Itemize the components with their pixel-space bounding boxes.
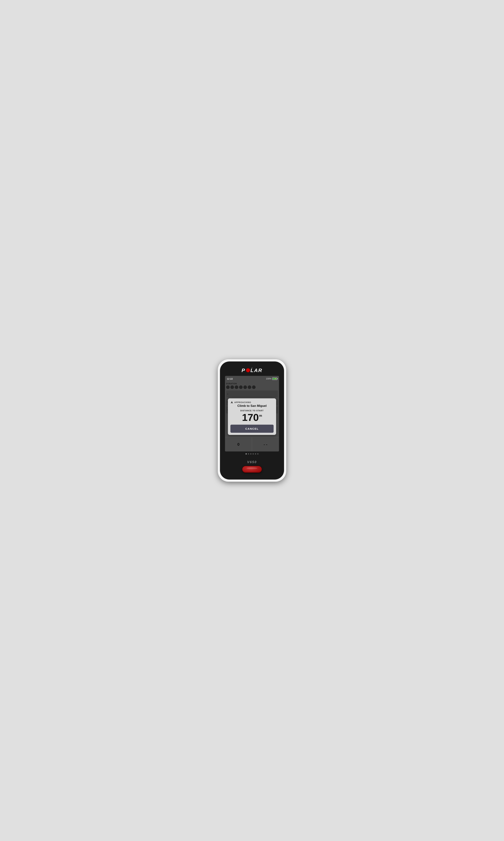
logo-area: P LAR <box>220 361 284 376</box>
page-dot-5 <box>255 453 256 454</box>
camera-dot <box>251 367 253 369</box>
red-button[interactable] <box>242 466 262 473</box>
page-dots <box>246 453 258 454</box>
page-dot-2 <box>248 453 249 454</box>
distance-unit: m <box>259 414 262 418</box>
battery-percent: 100% <box>266 377 271 380</box>
status-time: 12:22 <box>227 377 233 380</box>
model-label: V650 <box>247 460 257 464</box>
modal-overlay: APPROACHING Climb to San Miguel DISTANCE… <box>225 382 279 451</box>
cancel-button[interactable]: CANCEL <box>230 425 274 433</box>
page-dot-3 <box>250 453 251 454</box>
battery-plug-icon: ⚡ <box>275 378 276 379</box>
battery-icon: ⚡ <box>272 377 277 380</box>
cancel-label: CANCEL <box>245 427 259 430</box>
approaching-icon <box>230 401 233 404</box>
approaching-label: APPROACHING <box>234 401 251 404</box>
svg-marker-0 <box>231 401 233 404</box>
screen: 12:22 100% ⚡ DURATION <box>225 376 279 451</box>
red-button-reflection <box>247 467 257 469</box>
distance-number: 170 <box>242 412 259 423</box>
device-body: P LAR 12:22 100% ⚡ <box>220 361 284 480</box>
logo-text-p: P <box>241 368 246 373</box>
page-dot-1 <box>246 453 247 454</box>
page-dot-6 <box>257 453 258 454</box>
status-bar: 12:22 100% ⚡ <box>225 376 279 382</box>
device-bottom: V650 <box>242 454 262 480</box>
segment-name: Climb to San Miguel <box>230 404 274 408</box>
device-shell: P LAR 12:22 100% ⚡ <box>218 359 286 482</box>
status-battery: 100% ⚡ <box>266 377 277 380</box>
distance-label: DISTANCE TO START <box>230 410 274 412</box>
distance-value-row: 170 m <box>230 412 274 423</box>
device-wrapper: P LAR 12:22 100% ⚡ <box>214 358 290 483</box>
approaching-modal: APPROACHING Climb to San Miguel DISTANCE… <box>228 398 276 435</box>
page-dot-4 <box>253 453 254 454</box>
logo-circle <box>246 368 250 372</box>
modal-header: APPROACHING <box>230 401 274 404</box>
